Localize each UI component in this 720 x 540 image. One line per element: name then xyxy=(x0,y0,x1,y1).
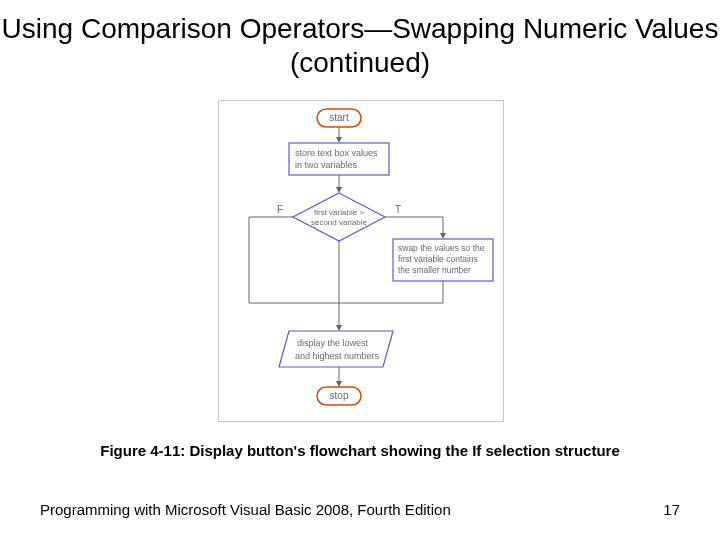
store-line1: store text box values xyxy=(295,148,378,158)
svg-marker-21 xyxy=(279,331,393,367)
svg-marker-6 xyxy=(440,233,446,239)
flowchart-swap: swap the values so the first variable co… xyxy=(393,239,493,281)
flowchart-start: start xyxy=(317,109,361,127)
swap-line3: the smaller number xyxy=(398,265,471,275)
flowchart-store: store text box values in two variables xyxy=(289,143,389,175)
figure-caption: Figure 4-11: Display button's flowchart … xyxy=(0,442,720,459)
decision-line1: first variable > xyxy=(314,208,364,217)
decision-true-label: T xyxy=(395,204,401,215)
svg-marker-3 xyxy=(336,187,342,193)
store-line2: in two variables xyxy=(295,160,358,170)
svg-marker-14 xyxy=(336,325,342,331)
flowchart-figure: start store text box values in two varia… xyxy=(218,100,504,422)
flowchart-svg: start store text box values in two varia… xyxy=(219,101,503,421)
decision-false-label: F xyxy=(277,204,283,215)
svg-marker-16 xyxy=(336,381,342,387)
flowchart-display: display the lowest and highest numbers xyxy=(279,331,393,367)
svg-marker-1 xyxy=(336,137,342,143)
display-line2: and highest numbers xyxy=(295,351,380,361)
footer-text: Programming with Microsoft Visual Basic … xyxy=(40,501,451,518)
swap-line1: swap the values so the xyxy=(398,243,485,253)
svg-marker-19 xyxy=(293,193,385,241)
flowchart-stop: stop xyxy=(317,387,361,405)
decision-line2: second variable xyxy=(311,218,368,227)
page-number: 17 xyxy=(663,501,680,518)
slide: Using Comparison Operators—Swapping Nume… xyxy=(0,0,720,540)
slide-title: Using Comparison Operators—Swapping Nume… xyxy=(0,12,720,79)
stop-label: stop xyxy=(330,390,349,401)
start-label: start xyxy=(329,112,349,123)
flowchart-decision: first variable > second variable xyxy=(293,193,385,241)
display-line1: display the lowest xyxy=(297,338,369,348)
swap-line2: first variable contains xyxy=(398,254,478,264)
